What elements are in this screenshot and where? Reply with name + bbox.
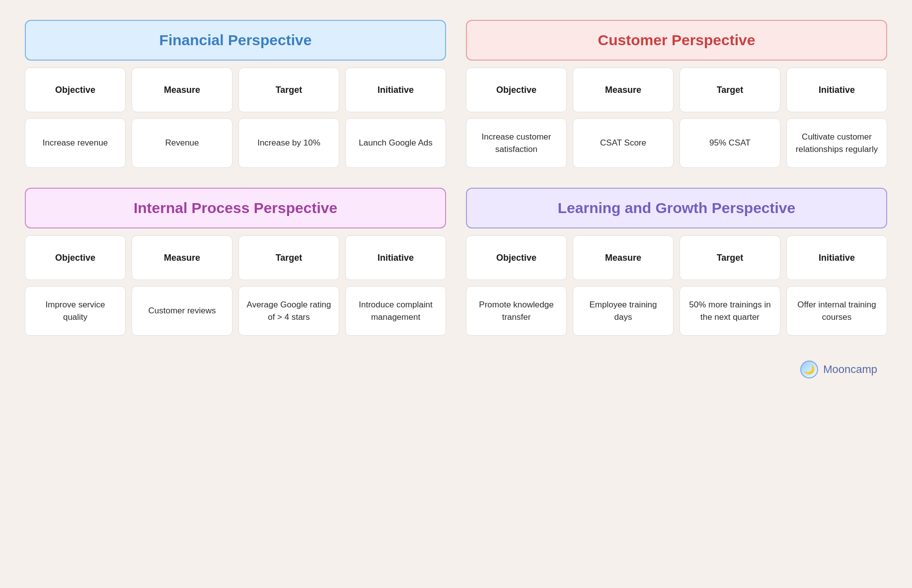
learning-row-0-cell-0: Promote knowledge transfer [466, 286, 567, 336]
customer-col-header-2: Target [680, 68, 780, 112]
financial-table: ObjectiveMeasureTargetInitiativeIncrease… [25, 68, 446, 168]
financial-header: Financial Perspective [25, 20, 446, 61]
financial-col-header-3: Initiative [345, 68, 446, 112]
financial-title: Financial Perspective [41, 32, 430, 49]
learning-col-header-0: Objective [466, 235, 567, 280]
internal-col-header-3: Initiative [345, 235, 446, 280]
internal-row-0-value-0: Improve service quality [32, 298, 118, 324]
learning-col-header-2: Target [680, 235, 780, 280]
quadrant-customer: Customer PerspectiveObjectiveMeasureTarg… [466, 20, 887, 168]
learning-row-0-value-2: 50% more trainings in the next quarter [687, 298, 773, 324]
customer-col-label-2: Target [717, 85, 744, 95]
customer-row-0-value-3: Cultivate customer relationships regular… [794, 131, 880, 156]
internal-table: ObjectiveMeasureTargetInitiativeImprove … [25, 235, 446, 336]
learning-row-0-value-1: Employee training days [580, 298, 666, 324]
learning-col-label-2: Target [717, 253, 744, 263]
financial-row-0-cell-0: Increase revenue [25, 118, 126, 168]
branding-section: 🌙 Mooncamp [25, 361, 887, 378]
financial-row-0-value-3: Launch Google Ads [359, 137, 432, 149]
financial-col-label-0: Objective [55, 85, 95, 95]
internal-row-0-cell-2: Average Google rating of > 4 stars [238, 286, 339, 336]
financial-col-label-1: Measure [164, 85, 200, 95]
internal-col-label-3: Initiative [378, 253, 414, 263]
financial-row-0-cell-2: Increase by 10% [238, 118, 339, 168]
quadrant-learning: Learning and Growth PerspectiveObjective… [466, 188, 887, 336]
internal-col-header-0: Objective [25, 235, 126, 280]
learning-table: ObjectiveMeasureTargetInitiativePromote … [466, 235, 887, 336]
quadrant-financial: Financial PerspectiveObjectiveMeasureTar… [25, 20, 446, 168]
financial-col-header-0: Objective [25, 68, 126, 112]
customer-col-header-1: Measure [573, 68, 674, 112]
customer-row-0-cell-1: CSAT Score [573, 118, 674, 168]
customer-col-label-0: Objective [496, 85, 536, 95]
learning-col-header-1: Measure [573, 235, 674, 280]
learning-row-0-value-3: Offer internal training courses [794, 298, 880, 324]
internal-row-0-value-1: Customer reviews [148, 304, 216, 317]
main-quadrants: Financial PerspectiveObjectiveMeasureTar… [25, 20, 887, 336]
internal-col-header-1: Measure [132, 235, 232, 280]
internal-row-0-value-3: Introduce complaint management [353, 298, 439, 324]
financial-row-0-value-1: Revenue [165, 137, 199, 149]
internal-col-label-2: Target [276, 253, 303, 263]
customer-row-0-value-2: 95% CSAT [709, 137, 751, 149]
customer-row-0-cell-0: Increase customer satisfaction [466, 118, 567, 168]
learning-col-label-1: Measure [605, 253, 641, 263]
customer-title: Customer Perspective [482, 32, 871, 49]
customer-col-header-3: Initiative [786, 68, 887, 112]
learning-col-label-0: Objective [496, 253, 536, 263]
customer-row-0-value-0: Increase customer satisfaction [473, 131, 559, 156]
quadrant-internal: Internal Process PerspectiveObjectiveMea… [25, 188, 446, 336]
learning-row-0-cell-2: 50% more trainings in the next quarter [680, 286, 780, 336]
internal-col-label-1: Measure [164, 253, 200, 263]
customer-col-header-0: Objective [466, 68, 567, 112]
customer-col-label-3: Initiative [819, 85, 855, 95]
customer-col-label-1: Measure [605, 85, 641, 95]
internal-row-0-cell-1: Customer reviews [132, 286, 232, 336]
financial-row-0-cell-1: Revenue [132, 118, 232, 168]
learning-row-0-cell-1: Employee training days [573, 286, 674, 336]
internal-row-0-cell-0: Improve service quality [25, 286, 126, 336]
customer-row-0-value-1: CSAT Score [600, 137, 646, 149]
internal-row-0-value-2: Average Google rating of > 4 stars [246, 298, 332, 324]
financial-col-header-2: Target [238, 68, 339, 112]
financial-col-header-1: Measure [132, 68, 232, 112]
internal-title: Internal Process Perspective [41, 200, 430, 217]
learning-title: Learning and Growth Perspective [482, 200, 871, 217]
financial-row-0-value-2: Increase by 10% [257, 137, 320, 149]
customer-row-0-cell-2: 95% CSAT [680, 118, 780, 168]
financial-row-0-cell-3: Launch Google Ads [345, 118, 446, 168]
learning-header: Learning and Growth Perspective [466, 188, 887, 228]
customer-row-0-cell-3: Cultivate customer relationships regular… [786, 118, 887, 168]
customer-header: Customer Perspective [466, 20, 887, 61]
internal-col-header-2: Target [238, 235, 339, 280]
financial-col-label-2: Target [276, 85, 303, 95]
internal-row-0-cell-3: Introduce complaint management [345, 286, 446, 336]
branding-name: Mooncamp [823, 363, 877, 376]
financial-row-0-value-0: Increase revenue [43, 137, 108, 149]
learning-row-0-cell-3: Offer internal training courses [786, 286, 887, 336]
learning-row-0-value-0: Promote knowledge transfer [473, 298, 559, 324]
financial-col-label-3: Initiative [378, 85, 414, 95]
mooncamp-logo: 🌙 [800, 361, 818, 378]
customer-table: ObjectiveMeasureTargetInitiativeIncrease… [466, 68, 887, 168]
learning-col-label-3: Initiative [819, 253, 855, 263]
learning-col-header-3: Initiative [786, 235, 887, 280]
internal-col-label-0: Objective [55, 253, 95, 263]
internal-header: Internal Process Perspective [25, 188, 446, 228]
